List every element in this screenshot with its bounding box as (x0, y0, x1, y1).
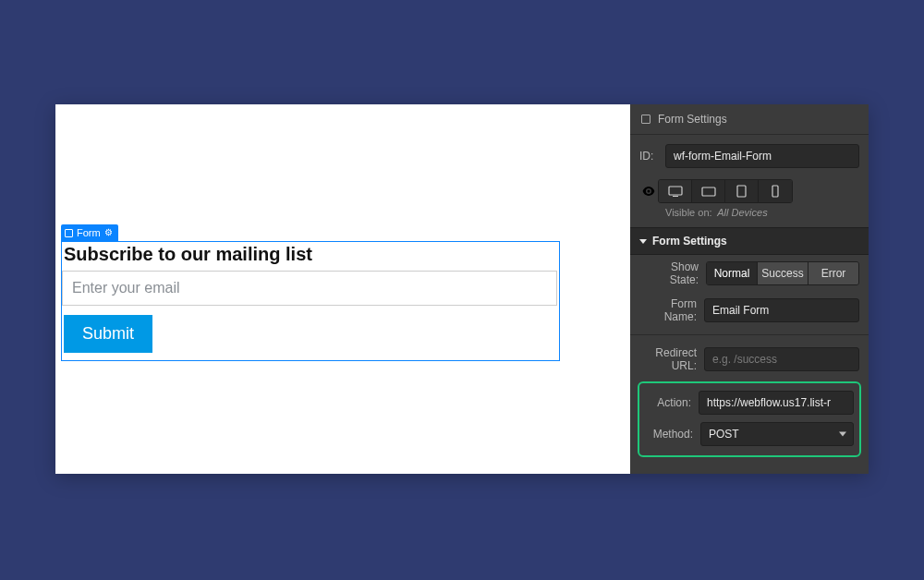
svg-rect-5 (772, 186, 778, 197)
email-input[interactable] (62, 271, 557, 306)
caret-down-icon (639, 239, 647, 244)
action-label: Action: (645, 396, 699, 409)
settings-panel: Form Settings ID: (630, 104, 869, 474)
svg-rect-3 (702, 187, 715, 196)
submit-button[interactable]: Submit (64, 315, 152, 353)
svg-rect-2 (673, 196, 678, 197)
form-settings-section-header[interactable]: Form Settings (630, 227, 869, 255)
visibility-caption: Visible on: All Devices (630, 205, 869, 227)
eye-icon (639, 185, 658, 199)
device-tablet-landscape-icon[interactable] (692, 180, 725, 202)
svg-rect-4 (737, 186, 746, 197)
device-tablet-portrait-icon[interactable] (725, 180, 759, 202)
state-normal-button[interactable]: Normal (707, 262, 758, 284)
form-name-row: Form Name: (630, 292, 869, 329)
id-input[interactable] (665, 144, 859, 168)
svg-point-0 (648, 189, 650, 192)
method-label: Method: (645, 428, 700, 441)
method-select[interactable] (700, 422, 854, 446)
svg-rect-1 (669, 187, 682, 195)
editor-stage: Form ⚙ Subscribe to our mailing list Sub… (55, 104, 869, 474)
design-canvas[interactable]: Form ⚙ Subscribe to our mailing list Sub… (55, 104, 630, 474)
state-error-button[interactable]: Error (808, 262, 858, 284)
form-name-label: Form Name: (639, 297, 704, 323)
method-row: Method: (639, 418, 859, 450)
id-label: ID: (639, 150, 665, 163)
method-select-value[interactable] (700, 422, 854, 446)
selection-tag[interactable]: Form ⚙ (61, 224, 118, 241)
panel-title-row: Form Settings (630, 104, 869, 135)
gear-icon[interactable]: ⚙ (104, 228, 113, 237)
form-block-icon (641, 115, 650, 124)
form-name-input[interactable] (704, 298, 859, 322)
divider (630, 334, 869, 335)
redirect-url-input[interactable] (704, 347, 859, 371)
form-block-icon (65, 229, 73, 237)
show-state-segment[interactable]: Normal Success Error (706, 261, 859, 285)
selection-tag-label: Form (77, 227, 101, 238)
state-success-button[interactable]: Success (758, 262, 808, 284)
device-visibility-toggle[interactable] (658, 179, 793, 203)
redirect-url-label: Redirect URL: (639, 346, 704, 372)
action-method-highlight: Action: Method: (638, 381, 861, 457)
panel-title: Form Settings (658, 113, 727, 126)
visibility-row (630, 174, 869, 205)
form-heading[interactable]: Subscribe to our mailing list (62, 242, 559, 271)
form-selection-outline[interactable]: Subscribe to our mailing list Submit (61, 241, 560, 361)
show-state-label: Show State: (639, 260, 706, 286)
action-row: Action: (639, 387, 859, 418)
device-phone-icon[interactable] (759, 180, 792, 202)
action-input[interactable] (699, 391, 854, 415)
device-desktop-icon[interactable] (659, 180, 692, 202)
show-state-row: Show State: Normal Success Error (630, 255, 869, 292)
id-row: ID: (630, 135, 869, 174)
redirect-url-row: Redirect URL: (630, 341, 869, 378)
